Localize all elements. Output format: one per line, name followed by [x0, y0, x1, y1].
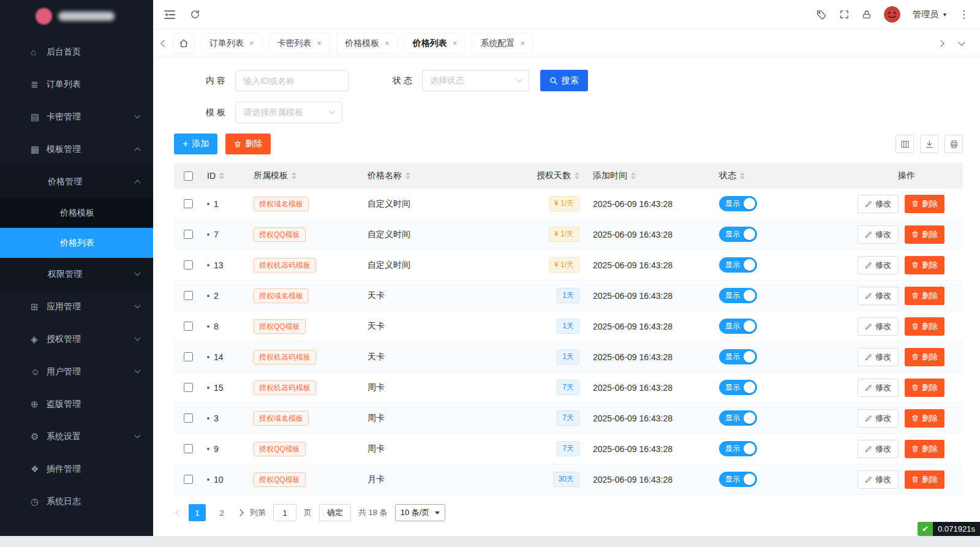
- status-toggle[interactable]: 显示: [719, 410, 757, 426]
- status-toggle[interactable]: 显示: [719, 227, 757, 242]
- edit-button[interactable]: 修改: [858, 287, 899, 305]
- status-toggle[interactable]: 显示: [719, 196, 757, 211]
- search-button[interactable]: 搜索: [540, 70, 588, 91]
- sort-icon[interactable]: [292, 172, 296, 179]
- tab-close-icon[interactable]: ×: [520, 39, 525, 48]
- tab-item[interactable]: 系统配置 ×: [472, 33, 533, 54]
- col-header-id[interactable]: ID: [202, 171, 249, 181]
- tab-close-icon[interactable]: ×: [317, 39, 322, 48]
- tab-item[interactable]: 订单列表 ×: [201, 33, 263, 54]
- sidebar-item[interactable]: ⊕ 盗版管理: [0, 388, 153, 420]
- export-download-icon[interactable]: [920, 135, 938, 153]
- col-header-name[interactable]: 价格名称: [363, 170, 529, 181]
- sort-icon[interactable]: [740, 172, 745, 179]
- goto-confirm-button[interactable]: 确定: [319, 504, 351, 521]
- tabs-scroll-right-icon[interactable]: [937, 40, 944, 47]
- status-toggle[interactable]: 显示: [719, 441, 757, 456]
- row-checkbox[interactable]: [184, 444, 193, 453]
- status-toggle[interactable]: 显示: [719, 349, 757, 364]
- more-menu-icon[interactable]: ⋮: [959, 8, 969, 21]
- row-checkbox[interactable]: [184, 352, 193, 361]
- delete-button[interactable]: 删除: [905, 379, 944, 397]
- delete-button[interactable]: 删除: [905, 225, 944, 244]
- delete-button[interactable]: 删除: [905, 287, 944, 305]
- sidebar-item[interactable]: ⌂ 后台首页: [0, 36, 153, 68]
- user-name[interactable]: 管理员: [913, 9, 938, 20]
- row-checkbox[interactable]: [184, 199, 193, 208]
- tabs-menu-icon[interactable]: [958, 39, 965, 45]
- status-toggle[interactable]: 显示: [719, 288, 757, 303]
- template-filter-select[interactable]: 请选择所属模板: [235, 102, 342, 123]
- delete-button[interactable]: 删除: [905, 348, 944, 366]
- tab-close-icon[interactable]: ×: [453, 39, 458, 48]
- edit-button[interactable]: 修改: [858, 379, 899, 397]
- next-page-icon[interactable]: [236, 509, 243, 516]
- delete-button[interactable]: 删除: [905, 317, 944, 336]
- sidebar-item[interactable]: ▦ 模板管理: [0, 133, 153, 165]
- tab-close-icon[interactable]: ×: [385, 39, 390, 48]
- home-tab[interactable]: [173, 33, 195, 54]
- edit-button[interactable]: 修改: [858, 440, 899, 458]
- status-toggle[interactable]: 显示: [719, 472, 757, 487]
- col-header-time[interactable]: 添加时间: [588, 170, 714, 181]
- delete-button[interactable]: 删除: [905, 195, 944, 213]
- avatar[interactable]: [884, 6, 900, 23]
- status-toggle[interactable]: 显示: [719, 257, 757, 273]
- delete-button[interactable]: 删除: [905, 470, 944, 489]
- tag-icon[interactable]: [816, 9, 827, 20]
- tab-close-icon[interactable]: ×: [249, 39, 254, 48]
- edit-button[interactable]: 修改: [858, 225, 899, 244]
- status-toggle[interactable]: 显示: [719, 380, 757, 395]
- content-filter-input[interactable]: [235, 70, 349, 91]
- sidebar-item[interactable]: ◷ 系统日志: [0, 485, 153, 518]
- status-filter-select[interactable]: 选择状态: [422, 70, 529, 91]
- sidebar-item[interactable]: ⚙ 系统设置: [0, 420, 153, 453]
- tab-item[interactable]: 价格列表 ×: [404, 33, 466, 54]
- batch-delete-button[interactable]: 删除: [225, 134, 271, 154]
- sidebar-item[interactable]: ⊞ 应用管理: [0, 290, 153, 323]
- delete-button[interactable]: 删除: [905, 256, 944, 274]
- edit-button[interactable]: 修改: [858, 256, 899, 274]
- row-checkbox[interactable]: [184, 383, 193, 392]
- sort-icon[interactable]: [405, 172, 410, 179]
- status-toggle[interactable]: 显示: [719, 319, 757, 334]
- col-header-status[interactable]: 状态: [714, 170, 853, 181]
- select-all-checkbox[interactable]: [184, 172, 193, 181]
- edit-button[interactable]: 修改: [858, 317, 899, 336]
- sidebar-item[interactable]: ☺ 用户管理: [0, 355, 153, 388]
- sidebar-item[interactable]: 价格管理: [0, 165, 153, 198]
- row-checkbox[interactable]: [184, 413, 193, 423]
- sort-icon[interactable]: [219, 172, 224, 179]
- row-checkbox[interactable]: [184, 230, 193, 239]
- sort-icon[interactable]: [631, 172, 636, 179]
- prev-page-icon[interactable]: [175, 509, 182, 516]
- edit-button[interactable]: 修改: [858, 348, 899, 366]
- edit-button[interactable]: 修改: [858, 409, 899, 428]
- tab-item[interactable]: 卡密列表 ×: [269, 33, 331, 54]
- lock-icon[interactable]: [862, 9, 872, 20]
- page-number[interactable]: 2: [213, 504, 230, 521]
- col-header-days[interactable]: 授权天数: [529, 170, 588, 181]
- row-checkbox[interactable]: [184, 322, 193, 331]
- col-header-template[interactable]: 所属模板: [249, 170, 363, 181]
- sidebar-item[interactable]: ◈ 授权管理: [0, 323, 153, 355]
- sidebar-collapse-icon[interactable]: [164, 10, 175, 20]
- add-button[interactable]: + 添加: [174, 134, 217, 154]
- goto-page-input[interactable]: [273, 504, 296, 521]
- sidebar-item[interactable]: 权限管理: [0, 258, 153, 290]
- edit-button[interactable]: 修改: [858, 470, 899, 489]
- page-number[interactable]: 1: [189, 504, 206, 521]
- edit-button[interactable]: 修改: [858, 195, 899, 213]
- print-icon[interactable]: [944, 135, 963, 153]
- fullscreen-icon[interactable]: [839, 9, 850, 20]
- refresh-icon[interactable]: [190, 9, 200, 20]
- delete-button[interactable]: 删除: [905, 440, 944, 458]
- sidebar-item[interactable]: 价格列表: [0, 228, 153, 258]
- sidebar-item[interactable]: ▤ 卡密管理: [0, 100, 153, 133]
- delete-button[interactable]: 删除: [905, 409, 944, 428]
- row-checkbox[interactable]: [184, 291, 193, 300]
- sidebar-item[interactable]: 价格模板: [0, 198, 153, 228]
- row-checkbox[interactable]: [184, 260, 193, 270]
- sort-icon[interactable]: [575, 172, 579, 179]
- tab-item[interactable]: 价格模板 ×: [336, 33, 398, 54]
